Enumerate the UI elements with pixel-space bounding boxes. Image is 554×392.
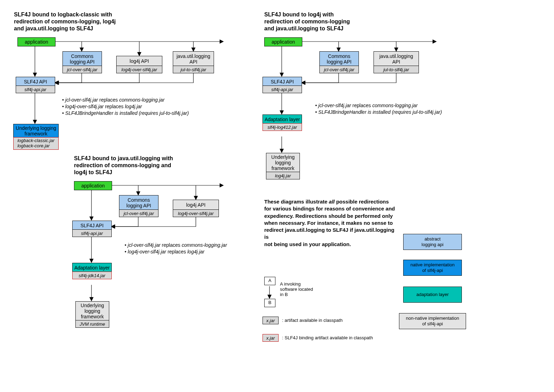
diag1-underlying-jars: logback-classic.jar logback-core.jar	[13, 137, 59, 150]
diag2-title: SLF4J bound to java.util.logging with re…	[74, 155, 173, 176]
diag3-adapt-box: Adaptation layer	[263, 114, 302, 124]
diag2-slf4j-box: SLF4J API	[72, 221, 112, 230]
diag3-jul-box: java.util.logging API	[374, 51, 419, 66]
legend-xjar-text: : artifact available in classpath	[282, 318, 342, 323]
diag2-underlying-jar: JVM runtime	[75, 320, 109, 328]
diag2-underlying-box: Underlying logging framework	[75, 301, 109, 321]
diag1-underlying-box: Underlying logging framework	[13, 124, 59, 138]
note-text: These diagrams illustrate all possible r…	[264, 198, 397, 248]
diag2-application-box: application	[74, 181, 112, 190]
diag3-jul-jar: jul-to-slf4j.jar	[374, 66, 419, 73]
legend-nonnative: non-native implementation of slf4j-api	[399, 313, 466, 329]
diag1-application-box: application	[17, 37, 56, 46]
diag1-slf4j-jar: slf4j-api.jar	[16, 86, 55, 93]
legend-abstract: abstract logging api	[403, 234, 462, 250]
diag2-bullets: jcl-over-slf4j.jar replaces commons-logg…	[125, 242, 227, 255]
diag2-adapt-box: Adaptation layer	[72, 263, 112, 272]
diag1-slf4j-box: SLF4J API	[16, 77, 55, 86]
diag3-commons-jar: jcl-over-slf4j.jar	[319, 66, 359, 73]
diag1-commons-box: Commons logging API	[62, 51, 102, 66]
diag3-slf4j-jar: slf4j-api.jar	[263, 86, 302, 93]
diag3-commons-box: Commons logging API	[319, 51, 359, 66]
legend-xjar2-text: : SLF4J binding artifact available in cl…	[282, 335, 373, 340]
diag1-bullets: jcl-over-slf4j.jar replaces commons-logg…	[62, 97, 189, 117]
diag3-underlying-box: Underlying logging framework	[266, 153, 300, 172]
diag3-adapt-jar: slf4j-log412.jar	[263, 123, 302, 131]
diag3-application-box: application	[264, 37, 302, 46]
diag1-log4j-jar: log4j-over-slf4j.jar	[116, 66, 162, 73]
diag2-log4j-box: log4j API	[173, 200, 219, 210]
diag3-bullets: jcl-over-slf4j.jar replaces commons-logg…	[315, 102, 442, 116]
diag1-jul-box: java.util.logging API	[173, 51, 214, 66]
diag2-slf4j-jar: slf4j-api.jar	[72, 229, 112, 237]
diag2-commons-jar: jcl-over-slf4j.jar	[119, 209, 158, 217]
legend-adapt: adaptation layer	[403, 287, 462, 303]
diag1-jul-jar: jul-to-slf4j.jar	[173, 66, 214, 73]
legend-native: native implementation of slf4j-api	[403, 260, 462, 276]
diag3-slf4j-box: SLF4J API	[263, 77, 302, 86]
legend-a: A	[264, 277, 275, 285]
legend-b: B	[264, 299, 275, 307]
diag1-log4j-box: log4j API	[116, 56, 162, 66]
diag2-adapt-jar: slf4j-jdk14.jar	[72, 272, 112, 279]
diag1-commons-jar: jcl-over-slf4j.jar	[62, 66, 102, 73]
diag1-title: SLF4J bound to logback-classic with redi…	[14, 11, 116, 32]
legend-ab-text: A invoking software located in B	[280, 281, 313, 297]
diag2-commons-box: Commons logging API	[119, 195, 158, 210]
diag3-title: SLF4J bound to log4j with redirection of…	[264, 11, 350, 32]
diag3-underlying-jar: log4j.jar	[266, 172, 300, 179]
diag2-log4j-jar: log4j-over-slf4j.jar	[173, 209, 219, 217]
legend-xjar: x.jar	[263, 317, 279, 324]
legend-xjar-red: x.jar	[263, 334, 279, 342]
